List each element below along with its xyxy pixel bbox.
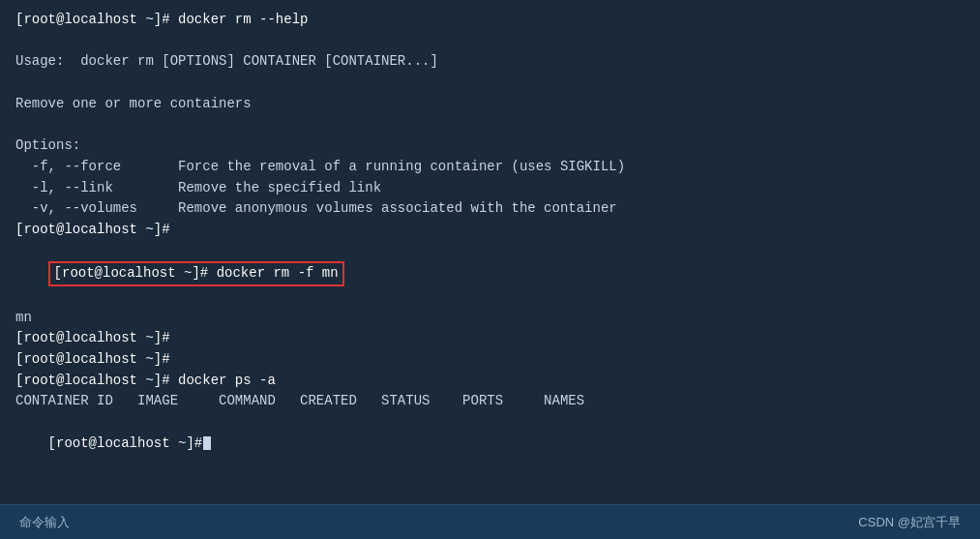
terminal-line: Remove one or more containers: [15, 94, 965, 115]
blank-line: [15, 73, 965, 94]
terminal-line: -l, --link Remove the specified link: [15, 178, 965, 199]
bottom-bar-right-label: CSDN @妃宫千早: [858, 514, 961, 531]
terminal-line-last: [root@localhost ~]#: [15, 412, 965, 475]
blank-line: [15, 31, 965, 52]
bottom-bar-left-label: 命令输入: [19, 514, 70, 531]
highlighted-command: [root@localhost ~]# docker rm -f mn: [48, 261, 344, 286]
terminal-line: Usage: docker rm [OPTIONS] CONTAINER [CO…: [15, 51, 965, 73]
table-header-line: CONTAINER ID IMAGE COMMAND CREATED STATU…: [15, 391, 965, 412]
terminal-line: [root@localhost ~]#: [15, 328, 965, 349]
terminal-line: mn: [15, 308, 965, 329]
terminal-line: [root@localhost ~]# docker ps -a: [15, 371, 965, 392]
blank-line: [15, 114, 965, 135]
options-header: Options:: [15, 135, 965, 157]
cursor-icon: [203, 436, 211, 450]
terminal-line: -v, --volumes Remove anonymous volumes a…: [15, 198, 965, 220]
terminal-line: [root@localhost ~]# docker rm --help: [15, 10, 965, 31]
terminal-line: [root@localhost ~]#: [15, 220, 965, 241]
terminal-area: [root@localhost ~]# docker rm --help Usa…: [0, 0, 980, 504]
highlighted-command-line: [root@localhost ~]# docker rm -f mn: [15, 241, 965, 308]
bottom-bar: 命令输入 CSDN @妃宫千早: [0, 504, 980, 539]
prompt-text: [root@localhost ~]#: [48, 435, 203, 451]
terminal-line: [root@localhost ~]#: [15, 349, 965, 371]
terminal-line: -f, --force Force the removal of a runni…: [15, 157, 965, 178]
